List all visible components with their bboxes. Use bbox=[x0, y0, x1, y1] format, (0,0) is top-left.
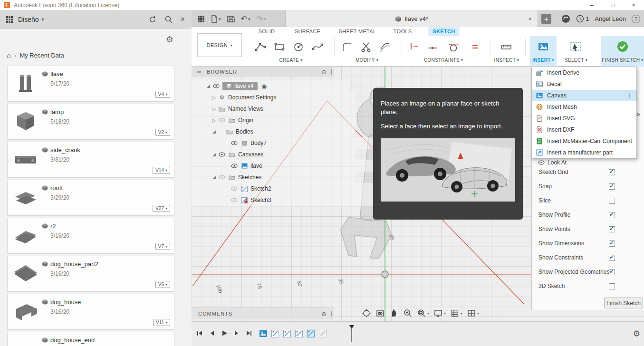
activate-component-radio[interactable]: ◉ bbox=[261, 83, 267, 90]
eye-off-icon[interactable] bbox=[231, 185, 238, 192]
coincident-constraint-icon[interactable] bbox=[425, 39, 440, 54]
version-badge[interactable]: V2▾ bbox=[155, 129, 170, 136]
tree-node-sketches[interactable]: ◢ Sketches bbox=[192, 172, 355, 183]
fillet-tool-icon[interactable] bbox=[340, 39, 354, 54]
insert-group-dropdown[interactable]: INSERT▾ bbox=[532, 58, 554, 63]
user-account-button[interactable]: Angel León bbox=[595, 15, 626, 22]
list-item[interactable]: side_crank 3/31/20 V14▾ bbox=[7, 142, 174, 178]
expand-triangle-icon[interactable]: ◢ bbox=[212, 175, 218, 180]
rectangle-tool-icon[interactable] bbox=[272, 39, 287, 54]
modify-group-dropdown[interactable]: MODIFY▾ bbox=[356, 58, 378, 63]
timeline-canvas-feature[interactable] bbox=[259, 329, 268, 338]
list-item[interactable]: lamp 5/18/20 V2▾ bbox=[7, 104, 174, 140]
version-badge[interactable]: V11▾ bbox=[153, 319, 170, 326]
inspect-group-dropdown[interactable]: INSPECT▾ bbox=[494, 58, 519, 63]
tab-sheet-metal[interactable]: SHEET METAL bbox=[335, 27, 381, 36]
tab-sketch[interactable]: SKETCH bbox=[428, 27, 459, 36]
tab-surface[interactable]: SURFACE bbox=[290, 27, 325, 36]
look-at-icon[interactable] bbox=[375, 308, 385, 318]
display-settings-icon[interactable]: ▾ bbox=[433, 308, 446, 318]
kebab-menu-icon[interactable]: ⋮ bbox=[626, 92, 633, 99]
tree-node-origin[interactable]: ▷ Origin bbox=[192, 115, 355, 126]
document-tab-llave-v4[interactable]: llave v4* × bbox=[285, 10, 538, 27]
version-badge[interactable]: V27▾ bbox=[153, 205, 170, 212]
checkbox[interactable] bbox=[609, 283, 615, 289]
tree-node-canvas-llave[interactable]: llave bbox=[192, 160, 373, 172]
version-badge[interactable]: V4▾ bbox=[155, 91, 170, 98]
close-tab-icon[interactable]: × bbox=[528, 15, 532, 22]
search-icon[interactable] bbox=[164, 15, 173, 24]
checkbox[interactable] bbox=[609, 212, 615, 218]
measure-tool-icon[interactable] bbox=[499, 39, 513, 54]
drag-handle[interactable] bbox=[331, 311, 332, 317]
timeline-sketch-feature-suppressed[interactable] bbox=[318, 329, 327, 338]
horizontal-vertical-constraint-icon[interactable] bbox=[406, 39, 421, 54]
redo-button[interactable]: ↷▾ bbox=[256, 14, 266, 23]
menu-item-insert-mesh[interactable]: Insert Mesh bbox=[532, 101, 636, 113]
close-window-button[interactable]: × bbox=[623, 0, 644, 10]
collapsed-triangle-icon[interactable]: ▷ bbox=[212, 106, 218, 112]
timeline-sketch-feature[interactable] bbox=[295, 329, 303, 338]
timeline-sketch-feature[interactable] bbox=[283, 329, 291, 338]
eye-off-icon[interactable] bbox=[218, 174, 226, 181]
minimize-browser-icon[interactable]: ⊖ bbox=[321, 68, 327, 76]
constraints-group-dropdown[interactable]: CONSTRAINTS▾ bbox=[424, 58, 463, 63]
list-item[interactable]: dog_house_part2 3/16/20 V6▾ bbox=[7, 256, 174, 292]
tree-node-root[interactable]: ◢ llave v4 ◉ bbox=[192, 80, 349, 92]
finish-sketch-button[interactable]: FINISH SKETCH▾ bbox=[602, 58, 643, 63]
eye-off-icon[interactable] bbox=[231, 197, 238, 203]
menu-item-canvas[interactable]: Canvas ⋮ bbox=[532, 90, 636, 101]
eye-icon[interactable] bbox=[231, 163, 238, 169]
checkbox[interactable] bbox=[609, 269, 615, 275]
tangent-constraint-icon[interactable] bbox=[447, 39, 461, 54]
checkbox[interactable] bbox=[609, 198, 615, 204]
eye-icon[interactable] bbox=[231, 140, 238, 146]
tree-node-document-settings[interactable]: ▷ ⚙ Document Settings bbox=[192, 92, 355, 103]
timeline-sketch-feature[interactable] bbox=[271, 329, 279, 338]
menu-item-insert-mcmaster-carr[interactable]: Insert McMaster-Carr Component bbox=[532, 135, 636, 147]
offset-tool-icon[interactable] bbox=[378, 39, 392, 54]
drag-handle[interactable] bbox=[331, 69, 332, 75]
checkbox[interactable] bbox=[609, 169, 615, 175]
eye-icon[interactable] bbox=[218, 151, 226, 158]
panel-settings-gear-icon[interactable]: ⚙ bbox=[166, 34, 173, 45]
timeline-settings-gear-icon[interactable]: ⚙ bbox=[633, 329, 640, 339]
insert-canvas-icon[interactable] bbox=[536, 39, 550, 54]
tab-solid[interactable]: SOLID bbox=[254, 27, 279, 36]
help-button[interactable]: ? bbox=[632, 15, 640, 23]
refresh-icon[interactable] bbox=[148, 15, 157, 24]
play-button[interactable] bbox=[220, 329, 229, 337]
tree-node-sketch2[interactable]: Sketch2 bbox=[192, 183, 373, 194]
file-menu-button[interactable]: ▾ bbox=[211, 15, 221, 23]
new-tab-button[interactable]: + bbox=[541, 14, 551, 24]
checkbox[interactable] bbox=[609, 255, 615, 261]
add-comment-icon[interactable]: ⊕ bbox=[321, 310, 327, 317]
menu-item-insert-manufacturer-part[interactable]: Insert a manufacturer part bbox=[532, 147, 636, 158]
menu-item-insert-svg[interactable]: Insert SVG bbox=[532, 113, 636, 124]
timeline-position-marker[interactable] bbox=[348, 324, 355, 343]
eye-icon[interactable] bbox=[212, 83, 220, 89]
list-item[interactable]: r2 3/16/20 V7▾ bbox=[7, 218, 174, 254]
close-panel-icon[interactable]: × bbox=[181, 15, 185, 24]
tree-node-sketch3[interactable]: Sketch3 bbox=[192, 194, 373, 206]
zoom-window-icon[interactable]: ▾ bbox=[417, 308, 429, 318]
eye-off-icon[interactable] bbox=[218, 117, 226, 124]
menu-item-insert-derive[interactable]: Insert Derive bbox=[532, 67, 636, 78]
version-badge[interactable]: V7▾ bbox=[155, 243, 170, 250]
list-item[interactable]: dog_house_end bbox=[7, 332, 174, 346]
expand-triangle-icon[interactable]: ◢ bbox=[212, 129, 218, 134]
expand-triangle-icon[interactable]: ◢ bbox=[207, 84, 212, 88]
model-viewport[interactable]: 100 75 50 25 25 «« BROWSER ⊖ ◢ llave v4 bbox=[192, 67, 644, 321]
collapse-browser-icon[interactable]: «« bbox=[196, 69, 200, 75]
undo-button[interactable]: ↶▾ bbox=[241, 14, 250, 23]
menu-item-decal[interactable]: Decal bbox=[532, 78, 636, 90]
equal-constraint-icon[interactable] bbox=[468, 39, 482, 54]
viewports-icon[interactable]: ▾ bbox=[467, 308, 479, 318]
create-group-dropdown[interactable]: CREATE▾ bbox=[279, 58, 303, 63]
maximize-button[interactable]: □ bbox=[602, 0, 623, 10]
active-document-chip[interactable]: llave v4 bbox=[222, 82, 258, 90]
step-back-button[interactable] bbox=[208, 329, 216, 337]
trim-tool-icon[interactable] bbox=[359, 39, 373, 54]
job-status-icon[interactable] bbox=[576, 15, 584, 23]
save-button[interactable] bbox=[227, 15, 235, 23]
